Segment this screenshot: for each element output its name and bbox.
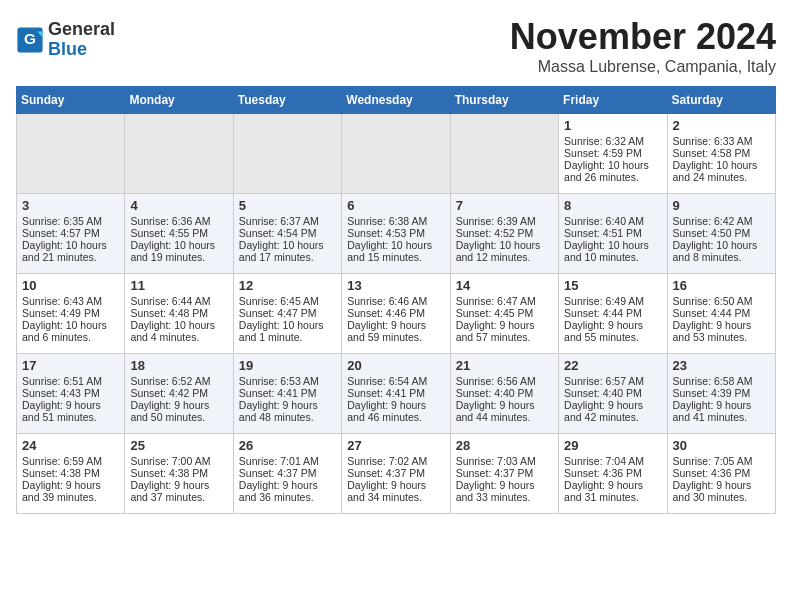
logo: G General Blue bbox=[16, 20, 115, 60]
calendar-cell bbox=[17, 114, 125, 194]
day-number: 10 bbox=[22, 278, 119, 293]
calendar-cell: 9Sunrise: 6:42 AMSunset: 4:50 PMDaylight… bbox=[667, 194, 775, 274]
title-area: November 2024 Massa Lubrense, Campania, … bbox=[510, 16, 776, 76]
day-number: 13 bbox=[347, 278, 444, 293]
cell-text: and 6 minutes. bbox=[22, 331, 119, 343]
calendar-cell: 23Sunrise: 6:58 AMSunset: 4:39 PMDayligh… bbox=[667, 354, 775, 434]
cell-text: Sunrise: 6:47 AM bbox=[456, 295, 553, 307]
day-number: 12 bbox=[239, 278, 336, 293]
cell-text: and 44 minutes. bbox=[456, 411, 553, 423]
cell-text: Sunrise: 7:03 AM bbox=[456, 455, 553, 467]
cell-text: Sunset: 4:37 PM bbox=[239, 467, 336, 479]
day-number: 9 bbox=[673, 198, 770, 213]
cell-text: Sunrise: 6:38 AM bbox=[347, 215, 444, 227]
cell-text: Sunrise: 6:58 AM bbox=[673, 375, 770, 387]
month-title: November 2024 bbox=[510, 16, 776, 58]
calendar-cell: 3Sunrise: 6:35 AMSunset: 4:57 PMDaylight… bbox=[17, 194, 125, 274]
cell-text: Daylight: 9 hours bbox=[347, 479, 444, 491]
week-row-1: 3Sunrise: 6:35 AMSunset: 4:57 PMDaylight… bbox=[17, 194, 776, 274]
calendar-cell: 27Sunrise: 7:02 AMSunset: 4:37 PMDayligh… bbox=[342, 434, 450, 514]
day-number: 6 bbox=[347, 198, 444, 213]
cell-text: Sunset: 4:43 PM bbox=[22, 387, 119, 399]
day-number: 22 bbox=[564, 358, 661, 373]
header-wednesday: Wednesday bbox=[342, 87, 450, 114]
calendar-cell: 12Sunrise: 6:45 AMSunset: 4:47 PMDayligh… bbox=[233, 274, 341, 354]
logo-icon: G bbox=[16, 26, 44, 54]
cell-text: Sunrise: 6:51 AM bbox=[22, 375, 119, 387]
cell-text: Sunrise: 6:44 AM bbox=[130, 295, 227, 307]
calendar-cell: 6Sunrise: 6:38 AMSunset: 4:53 PMDaylight… bbox=[342, 194, 450, 274]
cell-text: Daylight: 9 hours bbox=[456, 479, 553, 491]
cell-text: and 53 minutes. bbox=[673, 331, 770, 343]
cell-text: Daylight: 10 hours bbox=[239, 239, 336, 251]
svg-text:G: G bbox=[24, 30, 36, 47]
day-number: 19 bbox=[239, 358, 336, 373]
cell-text: Daylight: 10 hours bbox=[239, 319, 336, 331]
calendar-cell bbox=[450, 114, 558, 194]
cell-text: Sunset: 4:38 PM bbox=[130, 467, 227, 479]
header-sunday: Sunday bbox=[17, 87, 125, 114]
cell-text: Sunrise: 7:04 AM bbox=[564, 455, 661, 467]
cell-text: Daylight: 9 hours bbox=[130, 479, 227, 491]
calendar-cell: 17Sunrise: 6:51 AMSunset: 4:43 PMDayligh… bbox=[17, 354, 125, 434]
calendar-cell: 5Sunrise: 6:37 AMSunset: 4:54 PMDaylight… bbox=[233, 194, 341, 274]
day-number: 4 bbox=[130, 198, 227, 213]
cell-text: and 24 minutes. bbox=[673, 171, 770, 183]
cell-text: Sunrise: 7:05 AM bbox=[673, 455, 770, 467]
cell-text: and 26 minutes. bbox=[564, 171, 661, 183]
cell-text: Sunset: 4:40 PM bbox=[564, 387, 661, 399]
cell-text: Sunrise: 6:56 AM bbox=[456, 375, 553, 387]
cell-text: Daylight: 10 hours bbox=[564, 159, 661, 171]
cell-text: and 4 minutes. bbox=[130, 331, 227, 343]
cell-text: Daylight: 9 hours bbox=[22, 479, 119, 491]
day-number: 28 bbox=[456, 438, 553, 453]
calendar-cell: 19Sunrise: 6:53 AMSunset: 4:41 PMDayligh… bbox=[233, 354, 341, 434]
cell-text: Daylight: 10 hours bbox=[130, 239, 227, 251]
calendar-cell: 1Sunrise: 6:32 AMSunset: 4:59 PMDaylight… bbox=[559, 114, 667, 194]
cell-text: Sunrise: 6:45 AM bbox=[239, 295, 336, 307]
calendar-cell bbox=[233, 114, 341, 194]
calendar-cell: 2Sunrise: 6:33 AMSunset: 4:58 PMDaylight… bbox=[667, 114, 775, 194]
cell-text: Daylight: 10 hours bbox=[130, 319, 227, 331]
cell-text: and 41 minutes. bbox=[673, 411, 770, 423]
calendar-cell: 7Sunrise: 6:39 AMSunset: 4:52 PMDaylight… bbox=[450, 194, 558, 274]
cell-text: Sunrise: 6:35 AM bbox=[22, 215, 119, 227]
cell-text: and 15 minutes. bbox=[347, 251, 444, 263]
day-number: 14 bbox=[456, 278, 553, 293]
calendar-cell: 28Sunrise: 7:03 AMSunset: 4:37 PMDayligh… bbox=[450, 434, 558, 514]
calendar-cell: 18Sunrise: 6:52 AMSunset: 4:42 PMDayligh… bbox=[125, 354, 233, 434]
cell-text: and 33 minutes. bbox=[456, 491, 553, 503]
cell-text: and 51 minutes. bbox=[22, 411, 119, 423]
cell-text: Sunrise: 6:49 AM bbox=[564, 295, 661, 307]
day-number: 23 bbox=[673, 358, 770, 373]
cell-text: Daylight: 10 hours bbox=[22, 319, 119, 331]
cell-text: Sunrise: 6:39 AM bbox=[456, 215, 553, 227]
cell-text: Sunset: 4:42 PM bbox=[130, 387, 227, 399]
cell-text: Sunset: 4:46 PM bbox=[347, 307, 444, 319]
week-row-0: 1Sunrise: 6:32 AMSunset: 4:59 PMDaylight… bbox=[17, 114, 776, 194]
cell-text: Daylight: 9 hours bbox=[564, 399, 661, 411]
header-monday: Monday bbox=[125, 87, 233, 114]
cell-text: Daylight: 10 hours bbox=[564, 239, 661, 251]
header-friday: Friday bbox=[559, 87, 667, 114]
cell-text: Sunset: 4:38 PM bbox=[22, 467, 119, 479]
calendar-cell: 29Sunrise: 7:04 AMSunset: 4:36 PMDayligh… bbox=[559, 434, 667, 514]
cell-text: Sunrise: 6:53 AM bbox=[239, 375, 336, 387]
cell-text: Sunset: 4:45 PM bbox=[456, 307, 553, 319]
cell-text: Daylight: 10 hours bbox=[673, 239, 770, 251]
cell-text: Sunset: 4:40 PM bbox=[456, 387, 553, 399]
day-number: 15 bbox=[564, 278, 661, 293]
calendar-cell: 16Sunrise: 6:50 AMSunset: 4:44 PMDayligh… bbox=[667, 274, 775, 354]
calendar-cell bbox=[342, 114, 450, 194]
cell-text: and 21 minutes. bbox=[22, 251, 119, 263]
day-number: 18 bbox=[130, 358, 227, 373]
cell-text: Daylight: 10 hours bbox=[673, 159, 770, 171]
cell-text: Sunset: 4:57 PM bbox=[22, 227, 119, 239]
cell-text: Sunrise: 6:40 AM bbox=[564, 215, 661, 227]
day-number: 16 bbox=[673, 278, 770, 293]
cell-text: and 17 minutes. bbox=[239, 251, 336, 263]
cell-text: Sunrise: 6:57 AM bbox=[564, 375, 661, 387]
calendar-table: SundayMondayTuesdayWednesdayThursdayFrid… bbox=[16, 86, 776, 514]
cell-text: Daylight: 9 hours bbox=[673, 319, 770, 331]
cell-text: Sunset: 4:36 PM bbox=[564, 467, 661, 479]
